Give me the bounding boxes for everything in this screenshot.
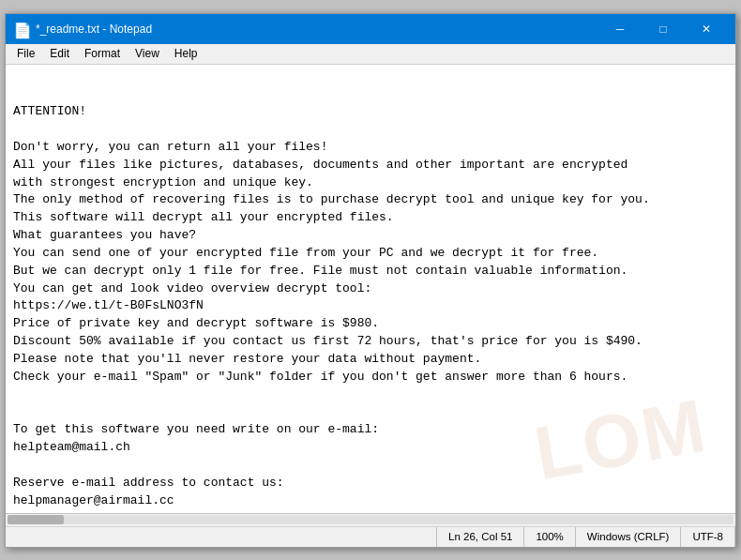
scrollbar-track[interactable] — [8, 515, 733, 524]
status-bar: Ln 26, Col 51 100% Windows (CRLF) UTF-8 — [6, 526, 735, 547]
maximize-button[interactable]: □ — [642, 14, 685, 44]
status-encoding: UTF-8 — [681, 527, 735, 547]
notepad-window: 📄 *_readme.txt - Notepad ─ □ ✕ File Edit… — [5, 13, 736, 548]
menu-edit[interactable]: Edit — [42, 45, 77, 62]
status-line-ending: Windows (CRLF) — [576, 527, 682, 547]
minimize-button[interactable]: ─ — [598, 14, 642, 44]
menu-view[interactable]: View — [128, 45, 167, 62]
menu-help[interactable]: Help — [167, 45, 205, 62]
horizontal-scrollbar[interactable] — [6, 513, 735, 526]
status-position: Ln 26, Col 51 — [437, 527, 524, 547]
text-editor[interactable]: ATTENTION! Don't worry, you can return a… — [6, 65, 735, 513]
content-area: ATTENTION! Don't worry, you can return a… — [6, 65, 735, 513]
status-empty — [6, 527, 437, 547]
menu-file[interactable]: File — [9, 45, 42, 62]
menu-format[interactable]: Format — [77, 45, 128, 62]
title-bar: 📄 *_readme.txt - Notepad ─ □ ✕ — [6, 14, 735, 44]
scrollbar-thumb[interactable] — [8, 515, 64, 524]
menu-bar: File Edit Format View Help — [6, 44, 735, 65]
status-zoom: 100% — [524, 527, 575, 547]
close-button[interactable]: ✕ — [685, 14, 728, 44]
editor-text: ATTENTION! Don't worry, you can return a… — [13, 103, 728, 512]
window-title: *_readme.txt - Notepad — [36, 23, 598, 36]
app-icon: 📄 — [13, 22, 28, 37]
window-controls: ─ □ ✕ — [598, 14, 728, 44]
